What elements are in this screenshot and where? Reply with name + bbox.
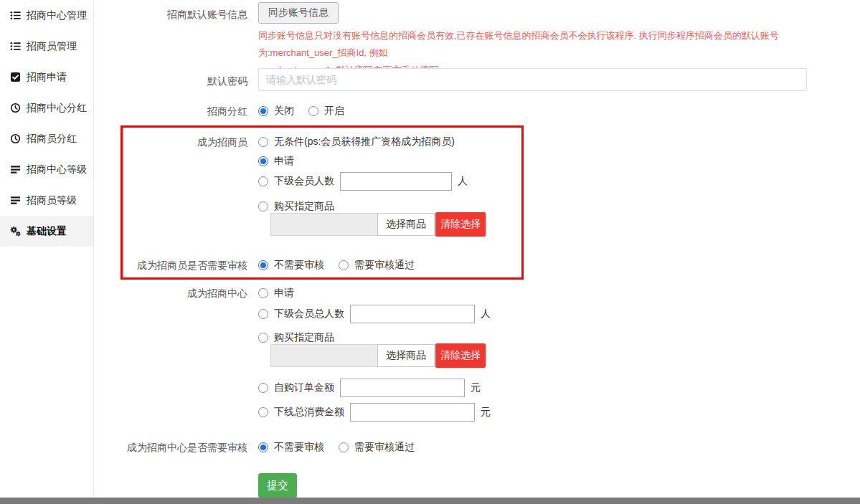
agent-apply-label: 申请 xyxy=(274,155,294,168)
sidebar-item-merchant-application[interactable]: 招商申请 xyxy=(0,62,93,92)
agent-review-yes-label: 需要审核通过 xyxy=(354,259,415,272)
dividend-off-option[interactable]: 关闭 xyxy=(258,105,294,118)
agent-unconditional-label: 无条件(ps:会员获得推广资格成为招商员) xyxy=(274,135,455,148)
center-self-amount-input[interactable] xyxy=(340,379,465,397)
row-center-downline-amount: 下线总消费金额 元 xyxy=(94,402,860,422)
agent-select-product-button[interactable]: 选择商品 xyxy=(377,213,435,236)
become-center-label: 成为招商中心 xyxy=(94,286,247,300)
sidebar: 招商中心管理 招商员管理 招商申请 招商中心分红 招商员分红 xyxy=(0,0,94,504)
row-center-self-amount: 自购订单金额 元 xyxy=(94,378,860,397)
submit-button[interactable]: 提交 xyxy=(258,473,297,498)
center-apply-option[interactable]: 申请 xyxy=(258,287,294,300)
sidebar-item-label: 招商中心等级 xyxy=(27,163,87,176)
agent-review-no-option[interactable]: 不需要审核 xyxy=(258,259,324,272)
radio-unchecked-icon[interactable] xyxy=(258,333,268,343)
center-self-amount-suffix: 元 xyxy=(471,381,481,394)
check-square-icon xyxy=(9,72,21,83)
sidebar-item-label: 基础设置 xyxy=(27,225,67,238)
row-become-agent-uncond: 成为招商员 无条件(ps:会员获得推广资格成为招商员) xyxy=(94,135,860,149)
center-review-yes-label: 需要审核通过 xyxy=(354,441,415,454)
dividend-on-option[interactable]: 开启 xyxy=(308,105,344,118)
row-agent-review: 成为招商员是否需要审核 不需要审核 需要审核通过 xyxy=(94,258,860,272)
center-review-label: 成为招商中心是否需要审核 xyxy=(94,440,247,455)
cogs-icon xyxy=(9,226,21,237)
radio-unchecked-icon[interactable] xyxy=(339,260,349,270)
center-select-product-button[interactable]: 选择商品 xyxy=(377,344,435,367)
row-become-agent-apply: 申请 xyxy=(94,154,860,168)
radio-unchecked-icon[interactable] xyxy=(258,176,268,186)
sidebar-item-merchant-center-management[interactable]: 招商中心管理 xyxy=(0,0,93,31)
bars-icon xyxy=(9,195,21,206)
row-agent-product-picker: 选择商品 清除选择 xyxy=(94,212,860,237)
sidebar-item-staff-level[interactable]: 招商员等级 xyxy=(0,185,93,216)
dividend-on-label: 开启 xyxy=(324,105,344,118)
agent-product-label: 购买指定商品 xyxy=(274,200,334,213)
sidebar-item-center-dividend[interactable]: 招商中心分红 xyxy=(0,92,93,123)
horizontal-scrollbar[interactable] xyxy=(0,498,860,504)
sidebar-item-staff-dividend[interactable]: 招商员分红 xyxy=(0,123,93,154)
center-product-option[interactable]: 购买指定商品 xyxy=(258,331,334,344)
agent-clear-selection-button[interactable]: 清除选择 xyxy=(435,212,486,237)
sidebar-item-basic-settings[interactable]: 基础设置 xyxy=(0,216,93,247)
row-merchant-dividend: 招商分红 关闭 开启 xyxy=(94,104,860,118)
agent-product-option[interactable]: 购买指定商品 xyxy=(258,200,334,213)
center-review-no-option[interactable]: 不需要审核 xyxy=(258,441,324,454)
default-password-input[interactable] xyxy=(258,68,807,91)
center-downline-amount-input[interactable] xyxy=(350,403,475,422)
agent-review-no-label: 不需要审核 xyxy=(274,259,324,272)
center-review-yes-option[interactable]: 需要审核通过 xyxy=(339,441,415,454)
agent-review-yes-option[interactable]: 需要审核通过 xyxy=(339,259,415,272)
merchant-dividend-label: 招商分红 xyxy=(94,104,247,118)
center-self-amount-label: 自购订单金额 xyxy=(274,381,334,394)
center-members-option[interactable]: 下级会员总人数 人 xyxy=(258,305,491,323)
row-center-product-picker: 选择商品 清除选择 xyxy=(94,343,860,368)
center-clear-selection-button[interactable]: 清除选择 xyxy=(435,343,486,368)
radio-unchecked-icon[interactable] xyxy=(258,383,268,393)
radio-unchecked-icon[interactable] xyxy=(339,442,349,452)
sync-account-button[interactable]: 同步账号信息 xyxy=(258,2,339,24)
center-members-label: 下级会员总人数 xyxy=(274,308,344,320)
sync-note-line1: 同步账号信息只对没有账号信息的招商会员有效,已存在账号信息的招商会员不会执行该程… xyxy=(258,27,836,62)
agent-members-option[interactable]: 下级会员人数 人 xyxy=(258,172,468,191)
center-members-count-input[interactable] xyxy=(350,305,475,323)
sidebar-item-label: 招商申请 xyxy=(27,71,67,84)
radio-unchecked-icon[interactable] xyxy=(258,201,268,211)
sidebar-item-label: 招商员分红 xyxy=(27,133,77,146)
row-become-agent-members: 下级会员人数 人 xyxy=(94,172,860,191)
list-icon xyxy=(9,10,21,22)
sidebar-item-center-level[interactable]: 招商中心等级 xyxy=(0,154,93,185)
sidebar-item-label: 招商中心管理 xyxy=(27,9,87,22)
agent-apply-option[interactable]: 申请 xyxy=(258,155,294,168)
center-downline-amount-option[interactable]: 下线总消费金额 元 xyxy=(258,403,491,422)
center-downline-amount-suffix: 元 xyxy=(481,406,491,419)
bars-icon xyxy=(9,164,21,176)
clock-icon xyxy=(9,133,21,145)
radio-unchecked-icon[interactable] xyxy=(258,288,268,298)
radio-unchecked-icon[interactable] xyxy=(258,407,268,417)
agent-review-label: 成为招商员是否需要审核 xyxy=(94,258,247,272)
radio-unchecked-icon[interactable] xyxy=(258,137,268,147)
radio-unchecked-icon[interactable] xyxy=(258,309,268,319)
radio-checked-icon[interactable] xyxy=(258,106,268,116)
become-agent-label: 成为招商员 xyxy=(94,135,247,149)
center-self-amount-option[interactable]: 自购订单金额 元 xyxy=(258,379,481,397)
center-product-label: 购买指定商品 xyxy=(274,331,334,344)
radio-checked-icon[interactable] xyxy=(258,442,268,452)
radio-checked-icon[interactable] xyxy=(258,260,268,270)
row-become-agent-product: 购买指定商品 xyxy=(94,199,860,214)
agent-members-suffix: 人 xyxy=(458,175,468,188)
agent-product-display-input xyxy=(270,213,377,236)
dividend-off-label: 关闭 xyxy=(274,105,294,118)
radio-checked-icon[interactable] xyxy=(258,156,268,166)
radio-unchecked-icon[interactable] xyxy=(308,106,318,116)
row-become-center-members: 下级会员总人数 人 xyxy=(94,304,860,323)
sidebar-item-label: 招商中心分红 xyxy=(27,102,87,115)
agent-unconditional-option[interactable]: 无条件(ps:会员获得推广资格成为招商员) xyxy=(258,135,455,148)
sidebar-item-label: 招商员等级 xyxy=(27,194,77,207)
sync-account-label: 招商默认账号信息 xyxy=(94,7,247,22)
agent-members-count-input[interactable] xyxy=(340,172,452,191)
agent-members-label: 下级会员人数 xyxy=(274,175,334,188)
sidebar-item-merchant-staff-management[interactable]: 招商员管理 xyxy=(0,31,93,62)
settings-form: 招商默认账号信息 同步账号信息 同步账号信息只对没有账号信息的招商会员有效,已存… xyxy=(94,0,860,504)
sidebar-item-label: 招商员管理 xyxy=(27,40,77,53)
